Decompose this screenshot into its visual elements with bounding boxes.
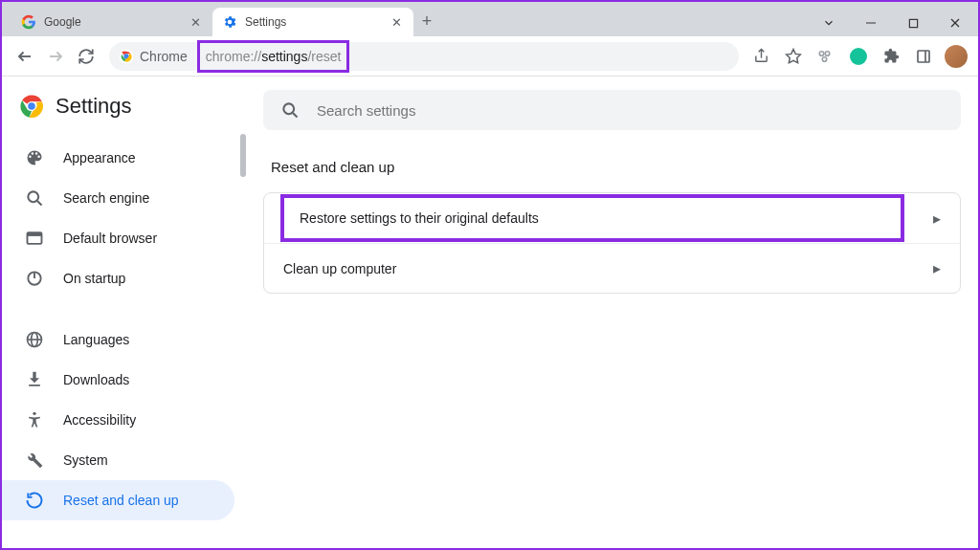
sidepanel-icon[interactable]: [909, 42, 938, 71]
svg-point-18: [28, 102, 35, 110]
maximize-button[interactable]: [892, 10, 934, 36]
sidebar-item-system[interactable]: System: [2, 440, 234, 480]
sidebar-item-languages[interactable]: Languages: [2, 319, 234, 360]
section-title: Reset and clean up: [271, 159, 961, 175]
svg-point-28: [33, 412, 35, 415]
row-label: Clean up computer: [283, 261, 396, 276]
link-icon[interactable]: [812, 42, 840, 71]
restore-icon: [25, 491, 44, 510]
settings-gear-icon: [222, 14, 237, 30]
new-tab-button[interactable]: +: [413, 8, 440, 34]
svg-line-20: [37, 201, 42, 206]
sidebar-item-search-engine[interactable]: Search engine: [2, 178, 234, 218]
svg-rect-22: [28, 232, 42, 236]
dropdown-icon[interactable]: [808, 10, 850, 36]
svg-point-11: [819, 51, 824, 55]
sidebar-item-label: Search engine: [63, 190, 149, 206]
close-icon[interactable]: ✕: [188, 14, 203, 30]
sidebar-item-reset[interactable]: Reset and clean up: [2, 480, 234, 520]
sidebar-item-label: Languages: [63, 332, 129, 347]
minimize-button[interactable]: [850, 10, 892, 36]
search-settings-input[interactable]: [317, 102, 944, 119]
row-label: Restore settings to their original defau…: [300, 210, 539, 226]
svg-marker-10: [787, 49, 801, 62]
tabs-area: Google ✕ Settings ✕ +: [2, 2, 808, 36]
toolbar: Chrome chrome://settings/reset: [2, 36, 978, 77]
svg-point-13: [822, 56, 827, 61]
site-chip: Chrome: [119, 49, 188, 64]
grammarly-icon[interactable]: [844, 42, 873, 71]
tab-title: Google: [44, 15, 81, 29]
tab-title: Settings: [245, 15, 286, 29]
url-highlight: chrome://settings/reset: [197, 40, 350, 73]
wrench-icon: [25, 451, 44, 470]
sidebar-title: Settings: [56, 94, 132, 119]
search-settings[interactable]: [263, 90, 961, 130]
row-restore-defaults[interactable]: Restore settings to their original defau…: [264, 193, 960, 243]
svg-point-19: [28, 191, 38, 202]
sidebar-item-label: System: [63, 452, 108, 468]
chrome-logo-icon: [19, 94, 44, 119]
tab-google[interactable]: Google ✕: [11, 8, 212, 36]
sidebar-item-label: On startup: [63, 271, 125, 286]
svg-point-12: [825, 51, 830, 55]
chevron-right-icon: ▸: [933, 209, 941, 228]
close-icon[interactable]: ✕: [389, 14, 404, 30]
download-icon: [25, 370, 44, 389]
svg-rect-14: [918, 51, 929, 62]
palette-icon: [25, 148, 44, 167]
sidebar-item-label: Accessibility: [63, 412, 136, 428]
sidebar-item-downloads[interactable]: Downloads: [2, 360, 234, 400]
site-chip-label: Chrome: [140, 49, 188, 64]
search-icon: [280, 100, 300, 120]
row-clean-up[interactable]: Clean up computer ▸: [264, 243, 960, 293]
sidebar-item-default-browser[interactable]: Default browser: [2, 218, 234, 258]
sidebar-item-label: Default browser: [63, 231, 157, 246]
extensions-icon[interactable]: [877, 42, 905, 71]
toolbar-right-icons: [746, 42, 970, 71]
settings-card: Restore settings to their original defau…: [263, 192, 961, 294]
share-icon[interactable]: [746, 42, 775, 71]
sidebar-item-label: Reset and clean up: [63, 493, 179, 508]
close-button[interactable]: [934, 10, 976, 36]
content: Reset and clean up Restore settings to t…: [246, 77, 978, 548]
highlight-box: Restore settings to their original defau…: [280, 194, 904, 242]
sidebar-item-accessibility[interactable]: Accessibility: [2, 400, 234, 440]
address-bar[interactable]: Chrome chrome://settings/reset: [109, 42, 739, 71]
sidebar-item-label: Appearance: [63, 150, 136, 165]
window-controls: [808, 6, 976, 36]
profile-avatar[interactable]: [942, 42, 970, 71]
power-icon: [25, 269, 44, 288]
reload-button[interactable]: [71, 41, 101, 72]
sidebar: Settings Appearance Search engine Defaul…: [2, 77, 246, 548]
svg-rect-1: [909, 19, 917, 27]
search-icon: [25, 188, 44, 208]
main-area: Settings Appearance Search engine Defaul…: [2, 77, 978, 548]
url-text: chrome://settings/reset: [206, 49, 342, 64]
forward-button[interactable]: [40, 41, 71, 72]
globe-icon: [25, 330, 44, 349]
tab-settings[interactable]: Settings ✕: [212, 8, 413, 36]
accessibility-icon: [25, 410, 44, 429]
back-button[interactable]: [10, 41, 40, 72]
svg-line-30: [293, 113, 298, 118]
chevron-right-icon: ▸: [933, 259, 941, 277]
sidebar-item-on-startup[interactable]: On startup: [2, 258, 234, 298]
sidebar-header: Settings: [19, 94, 246, 119]
sidebar-item-label: Downloads: [63, 372, 129, 387]
star-icon[interactable]: [779, 42, 808, 71]
title-bar: Google ✕ Settings ✕ +: [2, 2, 978, 36]
google-favicon-icon: [21, 14, 36, 30]
chrome-icon: [119, 49, 134, 64]
svg-point-29: [283, 103, 294, 114]
default-browser-icon: [25, 229, 44, 248]
sidebar-item-appearance[interactable]: Appearance: [2, 138, 234, 178]
